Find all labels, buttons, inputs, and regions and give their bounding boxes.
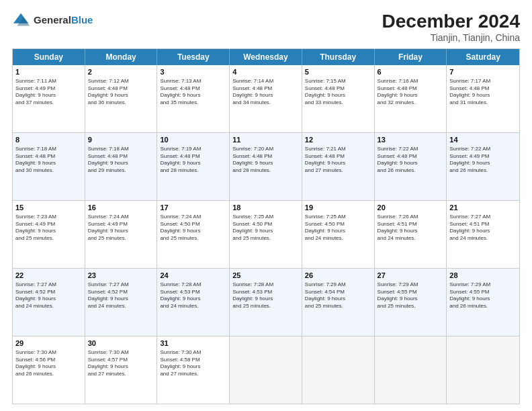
cell-info: and 25 minutes. xyxy=(378,303,444,310)
cell-info: Sunset: 4:48 PM xyxy=(378,153,444,161)
cell-info: Daylight: 9 hours xyxy=(88,228,154,235)
weekday-header: Tuesday xyxy=(157,49,230,65)
cell-info: Sunset: 4:58 PM xyxy=(160,357,226,364)
cell-info: Sunrise: 7:18 AM xyxy=(88,146,154,153)
day-number: 16 xyxy=(88,203,154,213)
cell-info: Sunrise: 7:27 AM xyxy=(15,281,82,289)
cell-info: Sunset: 4:50 PM xyxy=(305,221,371,228)
calendar-cell: 29Sunrise: 7:30 AMSunset: 4:56 PMDayligh… xyxy=(13,336,85,404)
calendar-cell: 25Sunrise: 7:28 AMSunset: 4:53 PMDayligh… xyxy=(230,269,302,336)
cell-info: Sunrise: 7:19 AM xyxy=(160,146,226,153)
calendar-title: December 2024 xyxy=(382,11,520,32)
cell-info: Sunrise: 7:28 AM xyxy=(160,281,226,289)
calendar-cell xyxy=(375,336,447,404)
calendar-cell: 16Sunrise: 7:24 AMSunset: 4:49 PMDayligh… xyxy=(85,201,158,268)
cell-info: Sunrise: 7:20 AM xyxy=(232,146,299,153)
cell-info: Sunset: 4:48 PM xyxy=(378,85,444,93)
cell-info: Sunrise: 7:25 AM xyxy=(305,214,371,221)
day-number: 13 xyxy=(378,135,444,145)
day-number: 2 xyxy=(88,67,154,77)
cell-info: Daylight: 9 hours xyxy=(232,92,299,99)
cell-info: Sunrise: 7:28 AM xyxy=(232,281,299,289)
day-number: 9 xyxy=(88,135,154,145)
calendar-row: 29Sunrise: 7:30 AMSunset: 4:56 PMDayligh… xyxy=(13,336,519,404)
cell-info: Sunset: 4:55 PM xyxy=(378,289,444,296)
cell-info: and 24 minutes. xyxy=(88,303,154,310)
cell-info: Sunrise: 7:30 AM xyxy=(160,349,226,357)
cell-info: and 27 minutes. xyxy=(88,371,154,378)
cell-info: Sunset: 4:48 PM xyxy=(305,153,371,161)
day-number: 23 xyxy=(88,271,154,281)
cell-info: Sunrise: 7:11 AM xyxy=(15,78,82,85)
calendar-cell: 15Sunrise: 7:23 AMSunset: 4:49 PMDayligh… xyxy=(13,201,85,268)
cell-info: Sunset: 4:48 PM xyxy=(232,153,299,161)
cell-info: and 24 minutes. xyxy=(378,235,444,242)
cell-info: Daylight: 9 hours xyxy=(232,295,299,303)
cell-info: Sunrise: 7:22 AM xyxy=(449,146,517,153)
calendar-cell xyxy=(230,336,302,404)
cell-info: Daylight: 9 hours xyxy=(88,295,154,303)
cell-info: and 26 minutes. xyxy=(449,167,517,175)
cell-info: Daylight: 9 hours xyxy=(160,228,226,235)
calendar-cell: 27Sunrise: 7:29 AMSunset: 4:55 PMDayligh… xyxy=(375,269,447,336)
cell-info: Sunset: 4:51 PM xyxy=(378,221,444,228)
day-number: 30 xyxy=(88,338,154,349)
logo: GeneralBlue xyxy=(12,11,93,30)
cell-info: Sunrise: 7:24 AM xyxy=(160,214,226,221)
cell-info: Sunset: 4:50 PM xyxy=(160,221,226,228)
cell-info: Sunset: 4:49 PM xyxy=(15,221,82,228)
cell-info: and 24 minutes. xyxy=(305,235,371,242)
calendar: SundayMondayTuesdayWednesdayThursdayFrid… xyxy=(12,48,520,404)
cell-info: and 35 minutes. xyxy=(160,99,226,107)
cell-info: Sunset: 4:54 PM xyxy=(305,289,371,296)
day-number: 3 xyxy=(160,67,226,77)
calendar-cell xyxy=(447,336,519,404)
cell-info: Sunset: 4:48 PM xyxy=(88,153,154,161)
cell-info: and 36 minutes. xyxy=(88,99,154,107)
cell-info: and 25 minutes. xyxy=(232,235,299,242)
day-number: 29 xyxy=(15,338,82,349)
cell-info: Sunrise: 7:18 AM xyxy=(15,146,82,153)
calendar-cell xyxy=(302,336,375,404)
calendar-cell: 9Sunrise: 7:18 AMSunset: 4:48 PMDaylight… xyxy=(85,133,158,200)
cell-info: Sunrise: 7:21 AM xyxy=(305,146,371,153)
cell-info: Daylight: 9 hours xyxy=(232,228,299,235)
cell-info: Daylight: 9 hours xyxy=(305,92,371,99)
cell-info: Daylight: 9 hours xyxy=(305,228,371,235)
cell-info: Sunset: 4:48 PM xyxy=(232,85,299,93)
cell-info: Daylight: 9 hours xyxy=(449,160,517,167)
calendar-cell: 5Sunrise: 7:15 AMSunset: 4:48 PMDaylight… xyxy=(302,65,375,132)
weekday-header: Sunday xyxy=(13,49,85,65)
calendar-row: 22Sunrise: 7:27 AMSunset: 4:52 PMDayligh… xyxy=(13,268,519,336)
cell-info: and 34 minutes. xyxy=(232,99,299,107)
cell-info: and 28 minutes. xyxy=(160,167,226,175)
calendar-cell: 20Sunrise: 7:26 AMSunset: 4:51 PMDayligh… xyxy=(375,201,447,268)
cell-info: Sunrise: 7:15 AM xyxy=(305,78,371,85)
cell-info: Daylight: 9 hours xyxy=(88,92,154,99)
cell-info: and 25 minutes. xyxy=(15,235,82,242)
calendar-cell: 30Sunrise: 7:30 AMSunset: 4:57 PMDayligh… xyxy=(85,336,158,404)
cell-info: Daylight: 9 hours xyxy=(449,92,517,99)
calendar-cell: 14Sunrise: 7:22 AMSunset: 4:49 PMDayligh… xyxy=(447,133,519,200)
day-number: 20 xyxy=(378,203,444,213)
cell-info: Daylight: 9 hours xyxy=(232,160,299,167)
cell-info: Sunrise: 7:23 AM xyxy=(15,214,82,221)
day-number: 26 xyxy=(305,271,371,281)
title-block: December 2024 Tianjin, Tianjin, China xyxy=(382,11,520,43)
cell-info: and 26 minutes. xyxy=(449,303,517,310)
cell-info: Sunset: 4:53 PM xyxy=(160,289,226,296)
logo-general: General xyxy=(34,14,71,26)
cell-info: Daylight: 9 hours xyxy=(15,363,82,371)
cell-info: Sunset: 4:52 PM xyxy=(15,289,82,296)
cell-info: Sunrise: 7:30 AM xyxy=(88,349,154,357)
weekday-header: Saturday xyxy=(447,49,519,65)
calendar-row: 15Sunrise: 7:23 AMSunset: 4:49 PMDayligh… xyxy=(13,200,519,268)
calendar-row: 8Sunrise: 7:18 AMSunset: 4:48 PMDaylight… xyxy=(13,132,519,200)
day-number: 11 xyxy=(232,135,299,145)
cell-info: Daylight: 9 hours xyxy=(378,160,444,167)
cell-info: Sunrise: 7:13 AM xyxy=(160,78,226,85)
cell-info: Daylight: 9 hours xyxy=(160,363,226,371)
weekday-header: Monday xyxy=(85,49,158,65)
calendar-cell: 7Sunrise: 7:17 AMSunset: 4:48 PMDaylight… xyxy=(447,65,519,132)
cell-info: Sunset: 4:48 PM xyxy=(15,153,82,161)
